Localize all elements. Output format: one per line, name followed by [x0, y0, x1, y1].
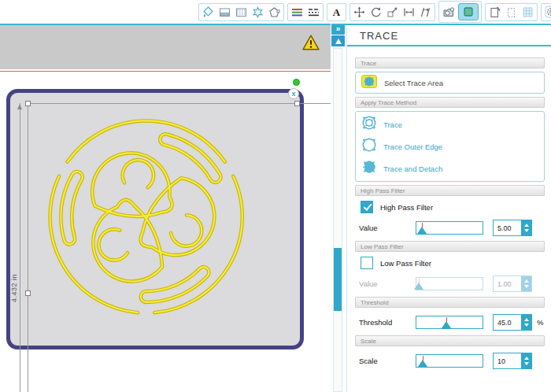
scale-spin-buttons[interactable] — [521, 353, 531, 368]
slider-thumb-icon[interactable] — [442, 321, 451, 328]
transform-tools-group — [349, 3, 435, 21]
traced-image-object[interactable] — [6, 89, 304, 349]
trace-method-trace[interactable]: Trace — [356, 113, 544, 135]
spin-down-icon — [524, 285, 529, 288]
selection-handle-top-right[interactable] — [294, 101, 300, 106]
low-pass-checkbox[interactable] — [361, 257, 373, 269]
up-arrow-icon — [335, 39, 342, 44]
high-pass-slider[interactable] — [416, 221, 483, 235]
warning-icon — [302, 35, 320, 54]
select-by-color-icon[interactable] — [251, 6, 264, 19]
high-pass-value-label: Value — [359, 224, 416, 232]
threshold-unit: % — [537, 318, 543, 327]
page-flip-icon[interactable] — [488, 6, 501, 19]
trace-method-outer-edge-icon — [361, 137, 377, 156]
high-pass-value-row: Value 5.00 — [359, 220, 545, 236]
high-pass-checkbox[interactable] — [361, 201, 373, 213]
threshold-spinner: 45.0 — [493, 314, 532, 331]
trace-tools-group — [438, 1, 482, 23]
top-toolbar: A — [0, 0, 551, 24]
mirror-tool-icon[interactable] — [402, 6, 416, 19]
slider-thumb-icon[interactable] — [418, 360, 427, 367]
trace-method-detach-icon — [361, 159, 377, 178]
scale-label: Scale — [359, 357, 416, 365]
text-tools-group: A — [327, 3, 346, 21]
scale-tool-icon[interactable] — [386, 6, 399, 19]
fill-color-icon[interactable] — [202, 6, 215, 19]
low-pass-value: 1.00 — [494, 276, 521, 291]
threshold-value: 45.0 — [494, 315, 521, 330]
line-color-icon[interactable] — [290, 6, 304, 19]
panel-scrollbar-track[interactable] — [333, 48, 342, 392]
slider-thumb-icon[interactable] — [417, 227, 427, 234]
threshold-spin-buttons[interactable] — [521, 315, 531, 330]
trace-result-artwork — [10, 93, 300, 346]
high-pass-value: 5.00 — [494, 220, 521, 235]
trace-method-trace-icon — [361, 115, 377, 134]
spin-up-icon[interactable] — [524, 224, 529, 227]
spin-down-icon[interactable] — [524, 229, 529, 232]
drawing-canvas[interactable]: x 4.432 in — [0, 24, 331, 392]
panel-scroll-up-button[interactable] — [331, 35, 345, 46]
line-style-icon[interactable] — [307, 6, 320, 19]
rhinestone-spiral-icon[interactable] — [544, 6, 551, 19]
panel-scrollbar-thumb[interactable] — [334, 248, 342, 311]
low-pass-spinner: 1.00 — [493, 276, 532, 292]
trace-tool-icon[interactable] — [458, 3, 479, 20]
scale-slider[interactable] — [416, 354, 483, 368]
offpage-area — [0, 24, 331, 69]
low-pass-checkbox-label: Low Pass Filter — [380, 259, 431, 268]
grid-icon[interactable] — [521, 6, 534, 19]
line-tools-group — [287, 3, 324, 21]
dimension-line — [20, 103, 20, 392]
trace-panel: TRACE Trace Select Trace Area Apply Trac… — [346, 24, 551, 392]
trace-method-outer-edge[interactable]: Trace Outer Edge — [356, 135, 544, 157]
selection-handle-top-left[interactable] — [25, 101, 31, 106]
spin-up-icon[interactable] — [524, 357, 529, 360]
high-pass-spin-buttons[interactable] — [521, 220, 531, 235]
cut-border-line — [0, 71, 331, 72]
move-tool-icon[interactable] — [353, 6, 366, 19]
shear-tool-icon[interactable] — [419, 6, 432, 19]
panel-title: TRACE — [360, 30, 551, 41]
slider-thumb-icon — [414, 283, 423, 290]
scale-row: Scale 10 — [359, 353, 545, 369]
low-pass-value-row: Value 1.00 — [359, 276, 545, 292]
fill-pattern-icon[interactable] — [235, 6, 248, 19]
low-pass-spin-buttons — [521, 276, 531, 291]
select-trace-area-button[interactable]: Select Trace Area — [356, 72, 544, 93]
page-outline-icon[interactable] — [505, 6, 518, 19]
select-trace-area-box: Select Trace Area — [355, 72, 545, 94]
silhouette-studio-window: A — [0, 0, 551, 392]
trace-method-detach[interactable]: Trace and Detach — [356, 157, 544, 179]
panel-collapse-button[interactable]: » — [331, 24, 345, 35]
section-header-scale: Scale — [355, 335, 545, 346]
text-tool-icon[interactable]: A — [330, 6, 343, 19]
select-trace-area-icon — [361, 75, 377, 91]
selection-handle-left[interactable] — [25, 290, 31, 296]
fill-tools-group — [198, 3, 284, 21]
workspace: x 4.432 in » TRACE Trace Select Trace — [0, 24, 551, 392]
low-pass-slider — [416, 277, 483, 290]
rotate-tool-icon[interactable] — [369, 6, 383, 19]
high-pass-checkbox-label: High Pass Filter — [380, 203, 433, 212]
trace-preview-icon[interactable] — [442, 6, 455, 19]
draw-polygon-icon[interactable] — [268, 6, 281, 19]
spin-up-icon — [524, 279, 529, 283]
registration-dot — [293, 79, 300, 86]
trace-method-box: Trace Trace Outer Edge Trace and Detach — [355, 111, 545, 182]
fill-solid-icon[interactable] — [218, 6, 231, 19]
spin-up-icon[interactable] — [524, 318, 529, 321]
scale-spinner: 10 — [493, 353, 532, 369]
page-tools-group — [485, 3, 538, 21]
selection-extension-line — [28, 103, 28, 392]
section-header-high-pass: High Pass Filter — [355, 185, 545, 196]
spin-down-icon[interactable] — [524, 362, 529, 365]
scale-value: 10 — [494, 353, 521, 368]
section-header-apply-trace-method: Apply Trace Method — [355, 97, 545, 108]
threshold-slider[interactable] — [416, 316, 483, 329]
trace-method-detach-label: Trace and Detach — [383, 165, 442, 173]
delete-selection-button[interactable]: x — [288, 88, 299, 99]
spin-down-icon[interactable] — [524, 324, 529, 327]
select-trace-area-label: Select Trace Area — [384, 79, 443, 87]
